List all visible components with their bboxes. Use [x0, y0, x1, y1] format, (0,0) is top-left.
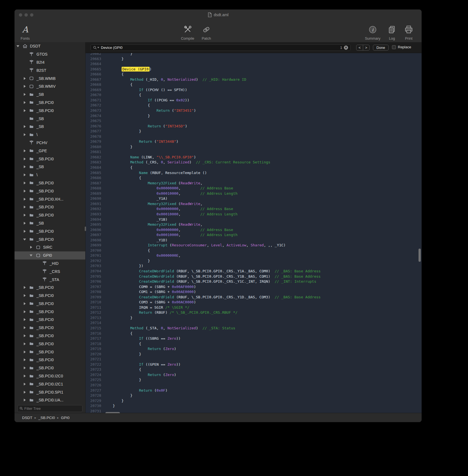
print-button[interactable]: Print	[399, 22, 419, 40]
disclosure-triangle-icon[interactable]	[23, 157, 27, 161]
find-next-button[interactable]: >	[363, 45, 370, 50]
fonts-button[interactable]: A Fonts	[15, 22, 35, 40]
filter-tree-input[interactable]: Filter Tree	[17, 405, 82, 412]
search-menu-icon[interactable]	[93, 46, 99, 49]
tree-item--sb-pci0-xh-[interactable]: _SB.PCI0.XH...	[15, 195, 85, 203]
disclosure-triangle-icon[interactable]	[23, 286, 27, 289]
disclosure-triangle-icon[interactable]	[23, 318, 27, 321]
disclosure-triangle-icon[interactable]	[23, 77, 27, 80]
tree-item--[interactable]: \	[15, 171, 85, 179]
tree-item--sb[interactable]: _SB	[15, 163, 85, 171]
disclosure-triangle-icon[interactable]	[23, 149, 27, 153]
breadcrumb-item--sb-pci0[interactable]: _SB.PCI0	[38, 416, 55, 420]
tree-item--sb-pci0[interactable]: _SB.PCI0	[15, 211, 85, 219]
disclosure-triangle-icon[interactable]	[23, 197, 27, 201]
horizontal-scrollbar-thumb[interactable]	[105, 412, 120, 413]
disclosure-triangle-icon[interactable]	[23, 350, 27, 354]
tree-item-gpi0[interactable]: GPI0	[15, 251, 85, 260]
tree-item--sb-wmib[interactable]: _SB.WMIB	[15, 74, 85, 82]
disclosure-triangle-icon[interactable]	[30, 254, 33, 257]
disclosure-triangle-icon[interactable]	[23, 391, 27, 394]
replace-checkbox[interactable]	[392, 45, 396, 49]
tree-item--sb-pci0-i2c1[interactable]: _SB.PCI0.I2C1	[15, 380, 85, 388]
disclosure-triangle-icon[interactable]	[23, 230, 27, 233]
disclosure-triangle-icon[interactable]	[23, 342, 27, 346]
compile-button[interactable]: Compile	[178, 22, 198, 40]
tree-item--sb[interactable]: _SB	[15, 219, 85, 227]
code-editor[interactable]: 20662 }20663 }2066420665 Device (GPI0)20…	[86, 53, 422, 413]
disclosure-triangle-icon[interactable]	[23, 326, 27, 329]
disclosure-triangle-icon[interactable]	[23, 109, 27, 112]
disclosure-triangle-icon[interactable]	[23, 85, 27, 88]
tree-item--sb[interactable]: _SB	[15, 115, 85, 123]
disclosure-triangle-icon[interactable]	[23, 101, 27, 104]
disclosure-triangle-icon[interactable]	[23, 133, 27, 136]
disclosure-triangle-icon[interactable]	[16, 44, 20, 48]
tree-item--sb-pci0[interactable]: _SB.PCI0	[15, 187, 85, 195]
vertical-scrollbar-thumb[interactable]	[419, 249, 421, 262]
tree-item--sb[interactable]: _SB	[15, 123, 85, 131]
tree-item-b2i4[interactable]: B2I4	[15, 58, 85, 66]
tree-item--[interactable]: \	[15, 131, 85, 139]
disclosure-triangle-icon[interactable]	[23, 398, 27, 402]
disclosure-triangle-icon[interactable]	[23, 334, 27, 337]
tree-item--sb-pci0[interactable]: _SB.PCI0	[15, 235, 85, 243]
tree-item--sb-pci0[interactable]: _SB.PCI0	[15, 356, 85, 364]
find-input[interactable]: Device (GPI0 1 ✕	[91, 44, 351, 51]
tree-item--sb-pci0[interactable]: _SB.PCI0	[15, 316, 85, 324]
tree-item--sb-pci0[interactable]: _SB.PCI0	[15, 227, 85, 235]
clear-search-icon[interactable]: ✕	[344, 46, 348, 50]
tree-item--gpe[interactable]: _GPE	[15, 147, 85, 155]
disclosure-triangle-icon[interactable]	[23, 358, 27, 361]
tree-item--sb-pci0[interactable]: _SB.PCI0	[15, 324, 85, 332]
disclosure-triangle-icon[interactable]	[23, 213, 27, 217]
tree-item-b2st[interactable]: B2ST	[15, 66, 85, 74]
disclosure-triangle-icon[interactable]	[23, 205, 27, 209]
tree-item--sb-pci0[interactable]: _SB.PCI0	[15, 300, 85, 308]
tree-item--sb-pci0[interactable]: _SB.PCI0	[15, 284, 85, 292]
breadcrumb-item-gpi0[interactable]: GPI0	[61, 416, 70, 420]
tree-item--sb-pci0[interactable]: _SB.PCI0	[15, 308, 85, 316]
disclosure-triangle-icon[interactable]	[23, 374, 27, 378]
patch-button[interactable]: Patch	[196, 22, 216, 40]
tree-item--sb-pci0-ua-[interactable]: _SB.PCI0.UA...	[15, 396, 85, 404]
disclosure-triangle-icon[interactable]	[23, 222, 27, 225]
summary-button[interactable]: i Summary	[363, 22, 383, 40]
disclosure-triangle-icon[interactable]	[23, 165, 27, 168]
disclosure-triangle-icon[interactable]	[23, 125, 27, 128]
tree-item--sta[interactable]: _STA	[15, 275, 85, 284]
disclosure-triangle-icon[interactable]	[23, 181, 27, 185]
disclosure-triangle-icon[interactable]	[23, 382, 27, 386]
tree-item--sb-pci0[interactable]: _SB.PCI0	[15, 348, 85, 356]
disclosure-triangle-icon[interactable]	[23, 173, 27, 177]
tree-item--sb-pci0[interactable]: _SB.PCI0	[15, 340, 85, 348]
disclosure-triangle-icon[interactable]	[23, 238, 27, 241]
disclosure-triangle-icon[interactable]	[30, 246, 33, 249]
disclosure-triangle-icon[interactable]	[23, 310, 27, 313]
disclosure-triangle-icon[interactable]	[23, 302, 27, 305]
tree-item--sb-pci0[interactable]: _SB.PCI0	[15, 99, 85, 107]
tree-item--sb-pci0-i2c0[interactable]: _SB.PCI0.I2C0	[15, 372, 85, 380]
tree-item--hid[interactable]: _HID	[15, 260, 85, 268]
tree-item--sb-pci0[interactable]: _SB.PCI0	[15, 332, 85, 340]
breadcrumb-item-dsdt[interactable]: DSDT	[22, 416, 32, 420]
tree-item--sb[interactable]: _SB	[15, 91, 85, 99]
tree-item--sb-pci0-spi1[interactable]: _SB.PCI0.SPI1	[15, 388, 85, 396]
tree-item--sb-pci0[interactable]: _SB.PCI0	[15, 203, 85, 211]
tree-item-sirc[interactable]: SIRC	[15, 243, 85, 251]
tree-item-dsdt[interactable]: DSDT	[15, 42, 85, 50]
tree-item-gtos[interactable]: GTOS	[15, 50, 85, 58]
tree-item-pchv[interactable]: PCHV	[15, 139, 85, 147]
tree-item--sb-pci0[interactable]: _SB.PCI0	[15, 364, 85, 372]
done-button[interactable]: Done	[373, 45, 389, 51]
tree-item--sb-pci0[interactable]: _SB.PCI0	[15, 155, 85, 163]
disclosure-triangle-icon[interactable]	[23, 366, 27, 370]
tree-item--crs[interactable]: _CRS	[15, 267, 85, 275]
disclosure-triangle-icon[interactable]	[23, 93, 27, 96]
disclosure-triangle-icon[interactable]	[23, 294, 27, 297]
tree-item--sb-pci0[interactable]: _SB.PCI0	[15, 106, 85, 115]
tree-item--sb-wmiv[interactable]: _SB.WMIV	[15, 82, 85, 91]
disclosure-triangle-icon[interactable]	[23, 189, 27, 193]
pane-splitter-handle[interactable]	[85, 227, 86, 231]
tree-item--sb-pci0[interactable]: _SB.PCI0	[15, 292, 85, 300]
